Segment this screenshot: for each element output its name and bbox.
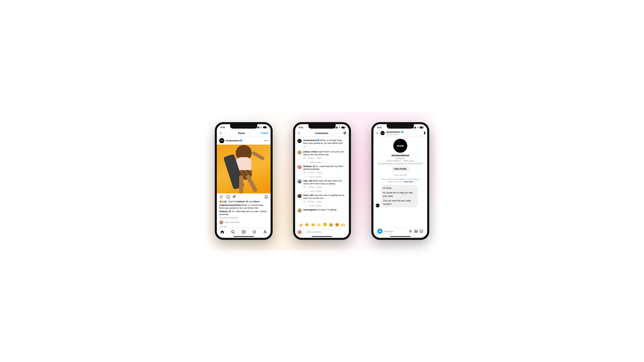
comments-list[interactable]: W&W windandwool Winter is coming! Keep t… [295,137,349,221]
dm-body[interactable]: W&W windandwool Instagram 679K followers… [374,136,427,226]
comment-reply[interactable]: Reply [317,171,322,174]
liked-by-text: Liked by thefarah_91 and others [228,200,260,203]
view-all-comments[interactable]: View all 5 comments [217,216,270,219]
comment-reply[interactable]: Reply [317,200,322,203]
page-title: Comments [300,132,343,135]
battery-icon [420,127,424,128]
add-comment-input-row: Add a comment... [298,229,346,235]
back-button[interactable] [219,131,222,135]
video-icon [424,131,425,135]
view-profile-button[interactable]: View Profile [392,167,409,171]
dm-header: W&W windandwool› Tap for details [374,130,427,136]
verified-badge-icon [401,131,403,133]
voice-button[interactable] [409,229,412,233]
op-avatar[interactable]: W&W [298,139,302,143]
device-notch [308,124,336,129]
comment-username[interactable]: carol_y45 [303,194,313,196]
view-replies[interactable]: View 3 replies [295,190,349,193]
original-post-comment: W&W windandwool Winter is coming! Keep t… [295,138,349,149]
message-line: Can you send me your order number? [383,199,416,206]
back-button[interactable] [376,131,379,135]
message-avatar: W&W [376,204,380,207]
gallery-button[interactable] [414,229,418,233]
camera-button[interactable] [377,229,382,234]
phone-comments: 9:41 Comments W&W [293,122,351,240]
nav-profile[interactable] [263,230,267,234]
svg-rect-7 [420,230,423,233]
comment-username[interactable]: thefarah_91 [219,210,231,213]
comment-username[interactable]: teameugenes [303,209,317,211]
back-button[interactable] [298,132,300,135]
message-row: W&W Hi Farah, Hi, would love to help you… [376,185,425,208]
emoji-option[interactable]: 🤔 [323,223,327,227]
commenter-avatar[interactable] [298,165,302,169]
bookmark-button[interactable] [264,195,268,199]
comment-reply[interactable]: Reply [317,157,322,160]
comment-reply[interactable]: Reply [317,186,322,189]
emoji-option[interactable]: 🙌 [341,223,345,227]
signal-icon [257,126,259,128]
battery-icon [342,127,345,128]
heart-icon [219,195,223,199]
commenter-avatar[interactable] [298,179,302,184]
post-image[interactable] [217,145,270,193]
comment-likes[interactable]: 15 likes [308,171,314,174]
share-button[interactable] [343,131,346,135]
verified-badge-icon [240,139,242,142]
status-time: 9:41 [377,126,382,129]
emoji-option[interactable]: ☝️ [299,223,303,227]
add-comment-row[interactable]: Add a comment... [217,219,270,225]
comment-likes[interactable]: 18 likes [308,186,314,189]
like-button[interactable] [219,195,223,199]
comment-username[interactable]: juliana_triada [303,151,317,153]
three-phone-mockup: 9:41 Posts Follow W&W windandwool ••• [208,112,436,250]
comment-likes[interactable]: 14 likes [308,157,314,160]
nav-search[interactable] [231,230,235,234]
commenter-avatar[interactable] [298,208,302,212]
view-post-link[interactable]: View Post [404,181,413,183]
post-username[interactable]: windandwool [226,139,242,142]
signal-icon [335,127,338,128]
profile-avatar[interactable]: W&W [393,139,407,153]
message-bubble: Hi Farah, Hi, would love to help you wit… [381,185,418,208]
nav-home[interactable] [220,230,224,234]
dm-title-block[interactable]: windandwool› Tap for details [386,131,404,135]
nav-activity[interactable] [252,230,256,234]
post-avatar[interactable]: W&W [219,138,224,143]
add-comment-input[interactable]: Add a comment... [303,229,346,235]
caption-username[interactable]: originalcoastclothing [219,204,241,206]
view-replies[interactable]: View 6 replies [295,161,349,164]
emoji-option[interactable]: 🔥 [305,223,309,227]
comment-username[interactable]: windandwool [303,139,319,142]
verified-badge-icon [317,139,319,141]
message-composer: Message... [376,228,425,235]
emoji-option[interactable]: 😂 [329,223,333,227]
comment-username[interactable]: thefarah_91 [303,165,315,168]
post-comment-preview: thefarah_91 Hi, i need help with my orde… [217,210,270,216]
chevron-right-icon: › [404,131,404,133]
likes-row[interactable]: Liked by thefarah_91 and others [217,200,270,204]
view-replies[interactable]: View 1 replies [295,175,349,178]
svg-point-3 [380,231,380,232]
comment-button[interactable] [226,195,230,199]
bookmark-icon [264,195,268,199]
image-icon [414,229,418,233]
comment-username[interactable]: vida_z04 [303,180,312,182]
add-comment-placeholder: Add a comment... [225,221,241,224]
comment-likes[interactable]: 56 likes [308,200,314,203]
message-input[interactable]: Message... [384,230,407,233]
dm-avatar[interactable]: W&W [380,131,385,135]
heart-outline-icon [252,230,256,234]
sticker-button[interactable] [420,229,423,233]
share-button[interactable] [232,195,236,199]
emoji-option[interactable]: ⚜️ [317,223,321,227]
commenter-avatar[interactable] [298,194,302,198]
commenter-avatar[interactable] [298,150,302,154]
nav-create[interactable] [242,230,246,234]
svg-point-6 [415,231,416,231]
profile-stats: 679K followers · 3680 posts [376,160,425,162]
emoji-option[interactable]: 😍 [335,223,339,227]
emoji-option[interactable]: 👏 [311,223,315,227]
view-replies[interactable]: View 4 replies [295,204,349,207]
paper-plane-icon [232,195,236,199]
